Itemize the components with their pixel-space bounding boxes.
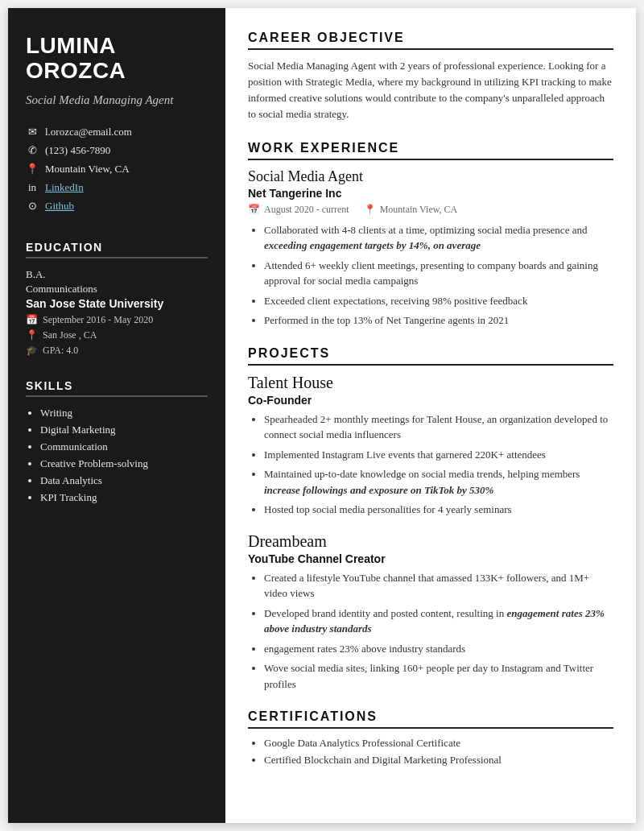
work-experience-title: WORK EXPERIENCE — [248, 141, 613, 160]
edu-gpa: 🎓 GPA: 4.0 — [26, 345, 208, 357]
location-icon: 📍 — [26, 163, 39, 176]
project-entry: Talent House Co-Founder Spearheaded 2+ m… — [248, 374, 613, 518]
calendar-icon: 📅 — [26, 314, 38, 326]
project-entry: Dreambeam YouTube Channel Creator Create… — [248, 532, 613, 692]
linkedin-link[interactable]: LinkedIn — [45, 181, 84, 194]
email-value: l.orozca@email.com — [45, 126, 132, 138]
email-icon: ✉ — [26, 126, 39, 138]
certifications-title: CERTIFICATIONS — [248, 709, 613, 729]
edu-gpa-value: GPA: 4.0 — [43, 345, 78, 357]
certifications-list: Google Data Analytics Professional Certi… — [248, 737, 613, 767]
project-bullet: Created a lifestyle YouTube channel that… — [264, 570, 613, 602]
job-bullet: Exceeded client expectations, receiving … — [264, 293, 613, 309]
project-bullet: Wove social media sites, linking 160+ pe… — [264, 660, 613, 692]
job-dates-value: August 2020 - current — [264, 204, 349, 216]
skill-item: Writing — [40, 407, 208, 420]
job-bullet: Collaborated with 4-8 clients at a time,… — [264, 222, 613, 254]
skills-section-title: SKILLS — [26, 379, 208, 397]
edu-dates: 📅 September 2016 - May 2020 — [26, 314, 208, 326]
education-section: EDUCATION B.A. Communications San Jose S… — [26, 241, 208, 360]
applicant-name: LUMINAOROZCA — [26, 34, 208, 84]
project-bullets: Created a lifestyle YouTube channel that… — [248, 570, 613, 692]
work-experience-section: WORK EXPERIENCE Social Media Agent Net T… — [248, 141, 613, 329]
projects-title: PROJECTS — [248, 346, 613, 366]
phone-value: (123) 456-7890 — [45, 144, 110, 157]
location-icon: 📍 — [364, 204, 376, 216]
job-meta: 📅 August 2020 - current 📍 Mountain View,… — [248, 204, 613, 216]
bold-italic-text: engagement rates 23% above industry stan… — [264, 607, 605, 635]
career-objective-title: CAREER OBJECTIVE — [248, 31, 613, 50]
cert-item: Certified Blockchain and Digital Marketi… — [264, 754, 613, 767]
linkedin-contact[interactable]: in LinkedIn — [26, 181, 208, 194]
projects-section: PROJECTS Talent House Co-Founder Spearhe… — [248, 346, 613, 692]
github-contact[interactable]: ⊙ Github — [26, 200, 208, 213]
edu-dates-value: September 2016 - May 2020 — [43, 314, 153, 326]
resume-container: LUMINAOROZCA Social Media Managing Agent… — [8, 8, 636, 823]
project-name: Talent House — [248, 374, 613, 392]
project-bullet: engagement rates 23% above industry stan… — [264, 641, 613, 657]
job-title: Social Media Agent — [248, 168, 613, 185]
project-bullet: Developed brand identity and posted cont… — [264, 606, 613, 637]
calendar-icon: 📅 — [248, 204, 260, 216]
location-contact: 📍 Mountain View, CA — [26, 163, 208, 176]
contact-section: ✉ l.orozca@email.com ✆ (123) 456-7890 📍 … — [26, 126, 208, 218]
skill-item: Digital Marketing — [40, 424, 208, 436]
skills-list: Writing Digital Marketing Communication … — [26, 407, 208, 504]
project-bullet: Maintained up-to-date knowledge on socia… — [264, 466, 613, 498]
applicant-title: Social Media Managing Agent — [26, 92, 208, 108]
job-company: Net Tangerine Inc — [248, 187, 613, 200]
phone-icon: ✆ — [26, 144, 39, 157]
project-role: Co-Founder — [248, 394, 613, 407]
github-link[interactable]: Github — [45, 200, 74, 213]
edu-city: 📍 San Jose , CA — [26, 329, 208, 341]
job-bullets: Collaborated with 4-8 clients at a time,… — [248, 222, 613, 329]
sidebar: LUMINAOROZCA Social Media Managing Agent… — [8, 8, 225, 823]
skill-item: Creative Problem-solving — [40, 457, 208, 470]
project-bullet: Spearheaded 2+ monthly meetings for Tale… — [264, 411, 613, 443]
email-contact: ✉ l.orozca@email.com — [26, 126, 208, 138]
job-location: 📍 Mountain View, CA — [364, 204, 458, 216]
project-bullet: Hosted top social media personalities fo… — [264, 502, 613, 518]
skill-item: KPI Tracking — [40, 491, 208, 504]
graduation-icon: 🎓 — [26, 345, 38, 357]
phone-contact: ✆ (123) 456-7890 — [26, 144, 208, 157]
github-icon: ⊙ — [26, 200, 39, 213]
linkedin-icon: in — [26, 181, 39, 194]
job-bullet: Attended 6+ weekly client meetings, pres… — [264, 258, 613, 289]
skill-item: Communication — [40, 440, 208, 453]
job-bullet: Performed in the top 13% of Net Tangerin… — [264, 312, 613, 329]
skills-section: SKILLS Writing Digital Marketing Communi… — [26, 379, 208, 508]
bold-italic-text: increase followings and exposure on TikT… — [264, 484, 493, 496]
job-location-value: Mountain View, CA — [380, 204, 458, 216]
project-bullets: Spearheaded 2+ monthly meetings for Tale… — [248, 411, 613, 518]
main-content: CAREER OBJECTIVE Social Media Managing A… — [225, 8, 636, 823]
edu-school: San Jose State University — [26, 297, 208, 310]
edu-field: Communications — [26, 283, 208, 296]
project-name: Dreambeam — [248, 532, 613, 551]
cert-item: Google Data Analytics Professional Certi… — [264, 737, 613, 750]
edu-city-value: San Jose , CA — [43, 329, 97, 341]
certifications-section: CERTIFICATIONS Google Data Analytics Pro… — [248, 709, 613, 767]
bold-italic-text: exceeding engagement targets by 14%, on … — [264, 239, 481, 251]
career-objective-section: CAREER OBJECTIVE Social Media Managing A… — [248, 31, 613, 123]
job-dates: 📅 August 2020 - current — [248, 204, 349, 216]
edu-degree: B.A. — [26, 268, 208, 281]
job-entry: Social Media Agent Net Tangerine Inc 📅 A… — [248, 168, 613, 329]
map-icon: 📍 — [26, 329, 38, 341]
project-role: YouTube Channel Creator — [248, 552, 613, 565]
project-bullet: Implemented Instagram Live events that g… — [264, 447, 613, 463]
location-value: Mountain View, CA — [45, 163, 130, 176]
career-objective-text: Social Media Managing Agent with 2 years… — [248, 58, 613, 123]
education-section-title: EDUCATION — [26, 241, 208, 258]
skill-item: Data Analytics — [40, 474, 208, 487]
